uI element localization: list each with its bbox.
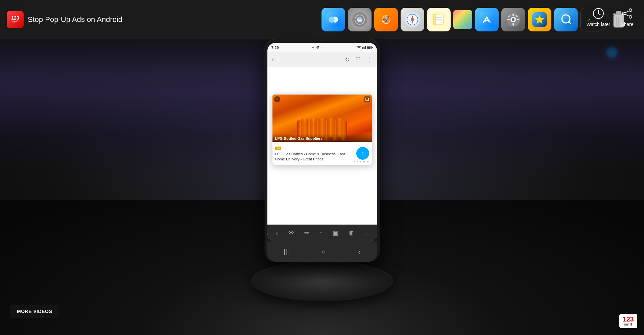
svg-point-50	[629, 9, 632, 11]
dock-icon-system-preferences[interactable]	[501, 8, 525, 31]
svg-point-51	[629, 16, 632, 18]
app-bar-icons: ↻ ♡ ⋮	[345, 56, 372, 63]
back-nav-icon[interactable]: ‹	[276, 230, 278, 236]
ad-cta-button[interactable]: ›	[356, 147, 369, 160]
ad-description: LPG Gas Bottles - Home & Business. Fast …	[275, 152, 352, 162]
video-title: Stop Pop-Up Ads on Android	[28, 15, 122, 24]
status-bar: 7:29 ⋯	[267, 43, 377, 52]
status-download-icon: ⋯	[311, 46, 324, 50]
ad-body: Ad LPG Gas Bottles - Home & Business. Fa…	[272, 142, 372, 165]
svg-rect-30	[507, 19, 510, 20]
top-right-controls: Watch later Share	[576, 0, 644, 34]
watermark-number: 123	[623, 316, 634, 323]
delete-icon[interactable]: 🗑	[349, 230, 355, 237]
back-button[interactable]: ‹	[272, 56, 274, 63]
svg-point-52	[622, 12, 625, 15]
svg-line-54	[625, 14, 629, 16]
dock-icon-notes[interactable]	[427, 8, 451, 31]
ad-title-text: LPG Bottled Gas Suppliers	[275, 136, 323, 140]
ad-image: LPG Bottled Gas Suppliers	[272, 95, 372, 142]
dock-icon-appstore[interactable]: A	[475, 8, 499, 31]
svg-rect-21	[433, 14, 436, 25]
svg-rect-31	[517, 19, 519, 20]
dock-icon-photos[interactable]	[453, 10, 472, 29]
channel-watermark: 123 my IT	[619, 314, 637, 328]
ad-title-overlay: LPG Bottled Gas Suppliers	[272, 134, 372, 142]
svg-rect-62	[372, 47, 373, 48]
ad-close-button[interactable]: ×	[274, 96, 280, 102]
watermark-subtitle: my IT	[624, 323, 633, 326]
edit-icon[interactable]: ✏	[304, 229, 309, 237]
svg-rect-28	[512, 14, 514, 16]
svg-point-3	[329, 17, 335, 23]
recent-apps-icon[interactable]: |||	[284, 248, 289, 256]
share-label: Share	[621, 22, 633, 27]
svg-rect-58	[363, 47, 364, 49]
camera-icon[interactable]: ▣	[333, 229, 338, 237]
browser-content: ×	[267, 67, 377, 225]
dock-icon-safari[interactable]	[401, 8, 424, 31]
ad-expand-button[interactable]	[364, 96, 370, 102]
dock-icon-launchpad[interactable]: 🚀	[374, 8, 398, 31]
ad-visit-site-label: VISIT SITE	[354, 160, 369, 163]
svg-point-27	[512, 18, 515, 21]
android-phone: 7:29 ⋯ ‹ ↻ ♡ ⋮ ×	[265, 39, 380, 262]
taskbar: 123 my IT Stop Pop-Up Ads on Android	[0, 0, 644, 39]
ad-popup: ×	[272, 94, 372, 165]
dock-icon-imovie[interactable]	[528, 8, 551, 31]
ad-badge: Ad	[275, 147, 282, 150]
watch-later-label: Watch later	[587, 22, 610, 27]
dock-icon-finder[interactable]	[321, 8, 345, 31]
svg-rect-61	[367, 47, 371, 49]
svg-rect-63	[366, 98, 368, 101]
svg-line-49	[598, 14, 600, 15]
logo-number: 123	[11, 16, 19, 20]
share-icon	[620, 7, 634, 20]
status-extras: ⋯	[321, 46, 324, 50]
share-toolbar-icon[interactable]: ↑	[319, 230, 323, 237]
phone-nav-bar: ||| ○ ‹	[267, 241, 377, 262]
channel-logo: 123 my IT	[7, 11, 24, 28]
view-icon[interactable]: 👁	[288, 230, 294, 237]
svg-rect-57	[362, 47, 363, 49]
app-toolbar: ‹ 👁 ✏ ↑ ▣ 🗑 ≡	[267, 225, 377, 241]
share-button[interactable]: Share	[620, 7, 634, 27]
menu-icon[interactable]: ≡	[365, 230, 368, 237]
svg-line-53	[625, 11, 629, 13]
dock-icon-siri[interactable]	[348, 8, 372, 31]
watch-later-icon	[592, 7, 605, 20]
heart-icon[interactable]: ♡	[355, 56, 361, 63]
browser-app-bar: ‹ ↻ ♡ ⋮	[267, 52, 377, 67]
svg-text:🚀: 🚀	[382, 16, 390, 23]
watermark-box: 123 my IT	[619, 314, 637, 328]
svg-rect-29	[512, 23, 514, 26]
phone-screen: 7:29 ⋯ ‹ ↻ ♡ ⋮ ×	[267, 43, 377, 241]
back-nav-button[interactable]: ‹	[358, 248, 361, 256]
status-right-icons	[357, 46, 373, 49]
more-icon[interactable]: ⋮	[366, 56, 372, 63]
logo-subtitle: my IT	[12, 20, 19, 23]
home-icon[interactable]: ○	[321, 248, 326, 256]
more-videos-button[interactable]: MORE VIDEOS	[10, 305, 59, 318]
taskbar-left: 123 my IT Stop Pop-Up Ads on Android	[7, 11, 315, 28]
watch-later-button[interactable]: Watch later	[587, 7, 610, 27]
svg-point-56	[317, 47, 318, 48]
svg-rect-59	[365, 46, 366, 49]
dock-icon-quicktime[interactable]	[554, 8, 578, 31]
wireless-charger	[251, 261, 393, 301]
refresh-icon[interactable]: ↻	[345, 56, 350, 63]
status-time: 7:29	[271, 46, 279, 50]
